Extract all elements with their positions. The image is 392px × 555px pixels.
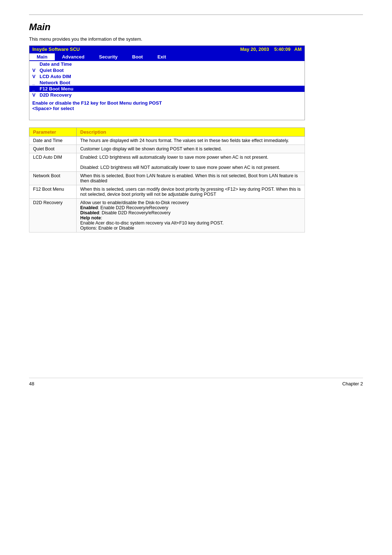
param-cell: Network Boot: [29, 172, 77, 185]
param-table: Parameter Description Date and Time The …: [29, 127, 305, 232]
bios-menu-f12boot[interactable]: _ F12 Boot Menu: [29, 86, 305, 92]
bios-header-datetime: May 20, 2003 5:40:09 AM: [240, 46, 302, 52]
desc-cell: The hours are displayed with 24 hours fo…: [77, 137, 305, 145]
footer-page: 48: [29, 381, 34, 386]
bios-menu-d2drecovery[interactable]: V D2D Recovery: [29, 92, 305, 98]
bios-help-area: Enable or disable the F12 key for Boot M…: [29, 98, 305, 120]
bios-menu-networkboot[interactable]: _ Network Boot: [29, 80, 305, 86]
desc-cell: When this is selected, Boot from LAN fea…: [77, 172, 305, 185]
bios-nav-exit[interactable]: Exit: [150, 53, 173, 60]
page-title: Main: [29, 21, 363, 33]
bios-menu: Date and Time V Quiet Boot V LCD Auto DI…: [29, 61, 305, 98]
bios-header-title: Insyde Software SCU: [32, 46, 80, 52]
desc-cell: Customer Logo display will be shown duri…: [77, 145, 305, 153]
table-row: Network Boot When this is selected, Boot…: [29, 172, 305, 185]
bios-nav-boot[interactable]: Boot: [125, 53, 150, 60]
bios-nav-main[interactable]: Main: [29, 53, 55, 60]
bios-menu-lcdautodim[interactable]: V LCD Auto DIM: [29, 73, 305, 80]
bios-menu-quietboot[interactable]: V Quiet Boot: [29, 67, 305, 73]
desc-cell: Enabled: LCD brightness will automatical…: [77, 153, 305, 172]
bios-nav-security[interactable]: Security: [92, 53, 125, 60]
bios-screen: Insyde Software SCU May 20, 2003 5:40:09…: [29, 45, 305, 120]
table-row: F12 Boot Menu When this is selected, use…: [29, 185, 305, 199]
bios-help-line2: <Space> for select: [32, 106, 302, 111]
param-col-header: Parameter: [29, 128, 77, 137]
desc-cell: Allow user to enable/disable the Disk-to…: [77, 199, 305, 232]
bios-header: Insyde Software SCU May 20, 2003 5:40:09…: [29, 46, 305, 53]
table-row: Quiet Boot Customer Logo display will be…: [29, 145, 305, 153]
bios-nav-advanced[interactable]: Advanced: [55, 53, 92, 60]
top-rule: [29, 15, 363, 15]
param-cell: D2D Recovery: [29, 199, 77, 232]
bios-help-line1: Enable or disable the F12 key for Boot M…: [32, 100, 302, 106]
desc-col-header: Description: [77, 128, 305, 137]
param-cell: Quiet Boot: [29, 145, 77, 153]
table-row: D2D Recovery Allow user to enable/disabl…: [29, 199, 305, 232]
bios-nav: Main Advanced Security Boot Exit: [29, 53, 305, 61]
desc-cell: When this is selected, users can modify …: [77, 185, 305, 199]
footer-chapter: Chapter 2: [342, 381, 363, 386]
param-cell: F12 Boot Menu: [29, 185, 77, 199]
bios-menu-datetime[interactable]: Date and Time: [29, 61, 305, 67]
table-row: LCD Auto DIM Enabled: LCD brightness wil…: [29, 153, 305, 172]
param-cell: LCD Auto DIM: [29, 153, 77, 172]
table-row: Date and Time The hours are displayed wi…: [29, 137, 305, 145]
footer: 48 Chapter 2: [29, 378, 363, 386]
param-cell: Date and Time: [29, 137, 77, 145]
intro-text: This menu provides you the information o…: [29, 36, 363, 42]
